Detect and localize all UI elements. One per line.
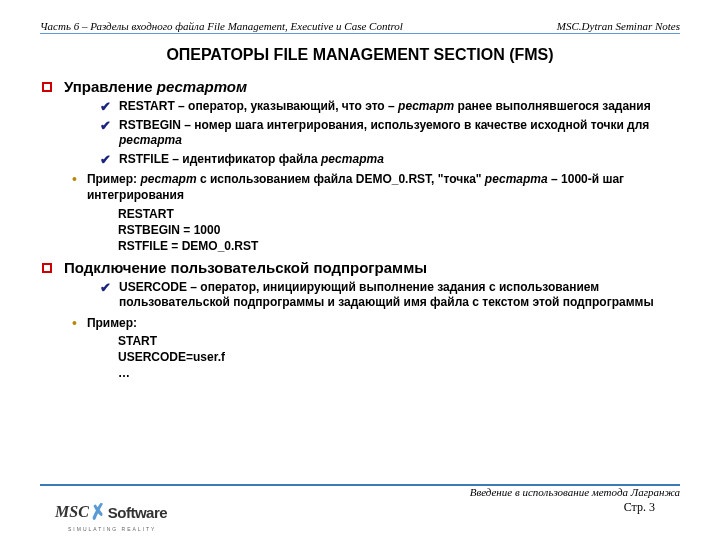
heading-text-italic: рестартом [157,78,247,95]
check-rest: – оператор, указывающий, что это – [175,99,398,113]
code-line: RESTART [118,207,680,221]
footer-page-number: Стр. 3 [470,500,680,515]
check-item: ✔ RSTFILE – идентификатор файла рестарта [100,152,680,168]
section-heading: Управление рестартом [40,78,680,95]
check-icon: ✔ [100,118,111,133]
check-italic: рестарта [119,133,182,147]
check-icon: ✔ [100,280,111,295]
logo-msc-text: MSC [55,503,89,521]
logo-software-text: Software [108,504,167,521]
check-italic: рестарта [321,152,384,166]
example-pre: Пример: [87,316,137,330]
example-italic2: рестарта [485,172,548,186]
header-right: MSC.Dytran Seminar Notes [557,20,680,32]
check-bold: RSTFILE [119,152,169,166]
check-bold: RSTBEGIN [119,118,181,132]
footer-logo: MSC ✗ Software [55,500,167,524]
box-bullet-icon [42,82,52,92]
check-rest: – идентификатор файла [169,152,321,166]
check-icon: ✔ [100,99,111,114]
example-item: • Пример: рестарт с использованием файла… [72,172,680,203]
logo-subtitle: SIMULATING REALITY [68,526,156,532]
heading-text: Подключение пользовательской подпрограмм… [64,259,427,276]
footer-caption: Введение в использование метода Лагранжа [470,486,680,498]
code-line: … [118,366,680,380]
section-heading: Подключение пользовательской подпрограмм… [40,259,680,276]
check-item: ✔ USERCODE – оператор, инициирующий выпо… [100,280,680,311]
check-rest: – номер шага интегрирования, используемо… [181,118,649,132]
header-bar: Часть 6 – Разделы входного файла File Ma… [40,20,680,34]
heading-text: Управление [64,78,153,95]
example-item: • Пример: [72,316,680,332]
code-line: RSTBEGIN = 1000 [118,223,680,237]
example-mid: с использованием файла DEMO_0.RST, "точк… [197,172,485,186]
dot-bullet-icon: • [72,172,77,187]
content-area: Управление рестартом ✔ RESTART – операто… [40,78,680,380]
example-italic1: рестарт [140,172,196,186]
check-italic: рестарт [398,99,454,113]
header-left: Часть 6 – Разделы входного файла File Ma… [40,20,403,32]
check-rest: – оператор, инициирующий выполнение зада… [119,280,654,310]
check-item: ✔ RSTBEGIN – номер шага интегрирования, … [100,118,680,149]
page-title: ОПЕРАТОРЫ FILE MANAGEMENT SECTION (FMS) [40,46,680,64]
check-bold: USERCODE [119,280,187,294]
logo-swirl-icon: ✗ [88,499,109,526]
code-line: USERCODE=user.f [118,350,680,364]
footer-right: Введение в использование метода Лагранжа… [470,486,680,515]
check-bold: RESTART [119,99,175,113]
check-icon: ✔ [100,152,111,167]
check-tail: ранее выполнявшегося задания [454,99,651,113]
check-item: ✔ RESTART – оператор, указывающий, что э… [100,99,680,115]
code-line: RSTFILE = DEMO_0.RST [118,239,680,253]
box-bullet-icon [42,263,52,273]
code-line: START [118,334,680,348]
example-pre: Пример: [87,172,141,186]
dot-bullet-icon: • [72,316,77,331]
